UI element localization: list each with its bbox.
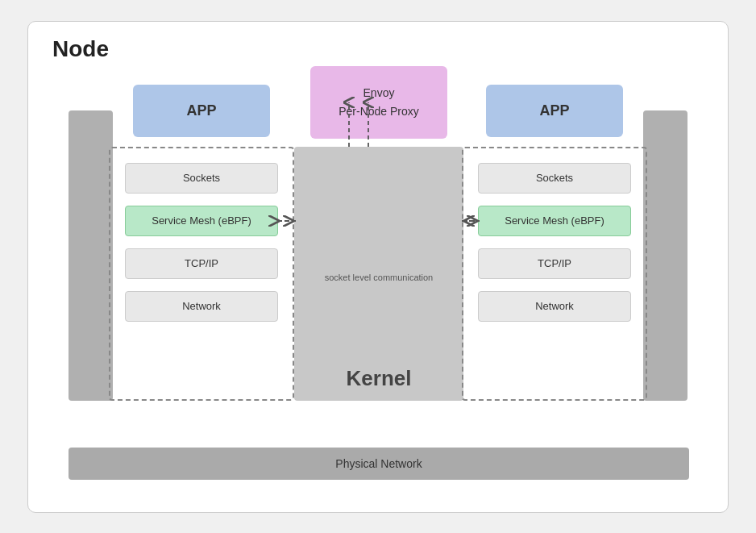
right-tcp-box: TCP/IP (478, 248, 631, 279)
socket-comm-text: socket level communication (302, 272, 455, 284)
node-label: Node (52, 36, 109, 62)
left-sockets-box: Sockets (125, 163, 278, 194)
right-service-mesh-box: Service Mesh (eBPF) (478, 206, 631, 236)
diagram-container: Node APP APP Envoy Per-Node Proxy Kernel… (27, 21, 729, 513)
kernel-label: Kernel (347, 366, 412, 391)
envoy-box: Envoy Per-Node Proxy (310, 66, 447, 139)
left-tcp-box: TCP/IP (125, 248, 278, 279)
side-column-left (69, 110, 113, 401)
right-sockets-box: Sockets (478, 163, 631, 194)
left-service-mesh-box: Service Mesh (eBPF) (125, 206, 278, 236)
right-network-box: Network (478, 291, 631, 322)
physical-network: Physical Network (69, 448, 689, 480)
app-box-left: APP (133, 85, 270, 137)
left-network-box: Network (125, 291, 278, 322)
side-column-right (643, 110, 687, 401)
app-box-right: APP (486, 85, 623, 137)
